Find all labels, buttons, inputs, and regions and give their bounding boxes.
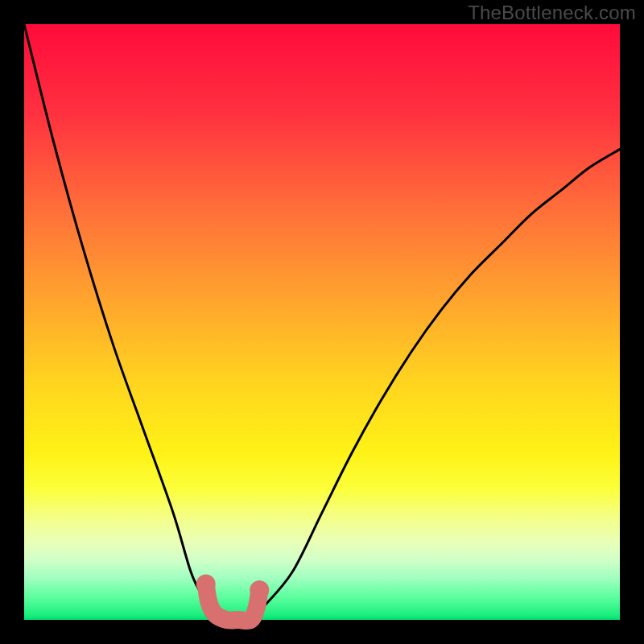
valley-marker-end bbox=[250, 580, 269, 600]
chart-container: TheBottleneck.com bbox=[0, 0, 644, 644]
bottleneck-chart bbox=[0, 0, 644, 644]
watermark-text: TheBottleneck.com bbox=[468, 2, 636, 24]
valley-marker-end bbox=[196, 575, 216, 594]
plot-background bbox=[24, 24, 620, 620]
